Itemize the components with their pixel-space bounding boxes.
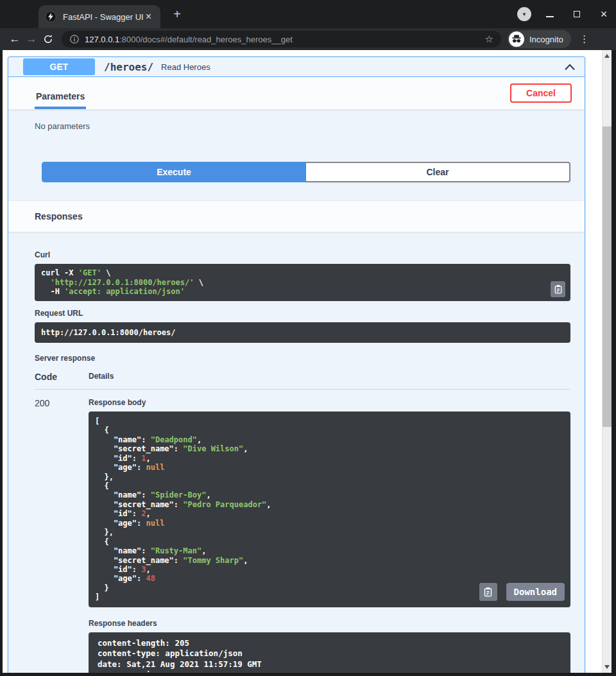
response-details: Response body Download [ { "name": "Dead… xyxy=(89,398,570,673)
forward-button[interactable]: → xyxy=(23,33,40,46)
url-bar[interactable]: 127.0.0.1:8000/docs#/default/read_heroes… xyxy=(62,31,501,48)
download-button[interactable]: Download xyxy=(506,583,565,601)
endpoint-path: /heroes/ xyxy=(104,61,153,73)
maximize-button[interactable] xyxy=(569,6,585,22)
response-body-label: Response body xyxy=(89,398,570,407)
opblock-get-heroes: GET /heroes/ Read Heroes Parameters Canc… xyxy=(8,56,585,673)
url-host: 127.0.0.1 xyxy=(85,35,119,44)
scrollbar-down-arrow-icon[interactable] xyxy=(604,665,610,669)
responses-body: Curl curl -X 'GET' \ 'http://127.0.0.1:8… xyxy=(8,232,585,673)
copy-response-button[interactable] xyxy=(479,583,497,601)
incognito-badge: Incognito xyxy=(508,30,571,48)
server-response-label: Server response xyxy=(35,354,570,363)
execute-row: Execute Clear xyxy=(42,162,570,182)
response-headers-value: content-length: 205content-type: applica… xyxy=(89,632,570,673)
curl-command: curl -X 'GET' \ 'http://127.0.0.1:8000/h… xyxy=(35,264,570,301)
scrollbar-up-arrow-icon[interactable] xyxy=(604,54,610,58)
browser-menu-icon[interactable]: ⋮ xyxy=(579,33,590,45)
back-button[interactable]: ← xyxy=(6,33,23,46)
new-tab-button[interactable]: + xyxy=(169,6,185,22)
browser-tab[interactable]: FastAPI - Swagger UI × xyxy=(38,5,160,28)
minimize-button[interactable] xyxy=(542,6,558,22)
swagger-page: GET /heroes/ Read Heroes Parameters Canc… xyxy=(3,50,602,673)
details-column-header: Details xyxy=(89,372,114,382)
no-parameters-text: No parameters xyxy=(35,121,570,131)
response-row-200: 200 Response body Download [ { "name": "… xyxy=(35,398,570,673)
window-controls: ▼ × xyxy=(517,0,612,28)
copy-curl-button[interactable] xyxy=(551,281,565,297)
browser-menu-chevron-icon[interactable]: ▼ xyxy=(517,7,531,21)
collapse-chevron-icon[interactable] xyxy=(564,64,576,71)
clear-button[interactable]: Clear xyxy=(306,162,570,182)
tab-parameters[interactable]: Parameters xyxy=(35,86,86,109)
request-url-value: http://127.0.0.1:8000/heroes/ xyxy=(35,322,570,343)
endpoint-summary: Read Heroes xyxy=(161,62,564,72)
incognito-label: Incognito xyxy=(529,35,563,44)
url-text[interactable]: 127.0.0.1:8000/docs#/default/read_heroes… xyxy=(85,35,481,44)
parameters-header: Parameters Cancel xyxy=(8,77,585,110)
tab-title: FastAPI - Swagger UI xyxy=(63,12,143,22)
url-path: :8000/docs#/default/read_heroes_heroes__… xyxy=(119,35,293,44)
request-url-label: Request URL xyxy=(35,309,570,318)
opblock-header[interactable]: GET /heroes/ Read Heroes xyxy=(8,57,585,77)
tab-close-icon[interactable]: × xyxy=(143,11,154,22)
site-info-icon[interactable] xyxy=(69,34,80,44)
browser-titlebar: FastAPI - Swagger UI × + ▼ × xyxy=(0,0,616,28)
responses-section-header: Responses xyxy=(8,200,585,232)
response-table-header: Code Details xyxy=(35,372,570,390)
browser-toolbar: ← → 127.0.0.1:8000/docs#/default/read_he… xyxy=(0,28,616,50)
page-scrollbar[interactable] xyxy=(602,50,612,673)
execute-button[interactable]: Execute xyxy=(42,162,306,182)
cancel-button[interactable]: Cancel xyxy=(510,83,572,103)
code-column-header: Code xyxy=(35,372,89,382)
response-body-json: Download [ { "name": "Deadpond", "secret… xyxy=(89,412,570,607)
incognito-icon xyxy=(509,31,524,47)
parameters-body: No parameters Execute Clear xyxy=(8,110,585,200)
window-close-button[interactable]: × xyxy=(595,6,612,22)
responses-title: Responses xyxy=(35,211,83,221)
reload-button[interactable] xyxy=(40,34,56,44)
http-method-badge: GET xyxy=(23,58,95,75)
bookmark-star-icon[interactable]: ☆ xyxy=(485,33,493,45)
curl-label: Curl xyxy=(35,250,570,259)
status-code: 200 xyxy=(35,398,89,673)
response-headers-label: Response headers xyxy=(89,619,570,628)
scrollbar-thumb[interactable] xyxy=(603,126,612,427)
fastapi-favicon-icon xyxy=(45,11,56,22)
